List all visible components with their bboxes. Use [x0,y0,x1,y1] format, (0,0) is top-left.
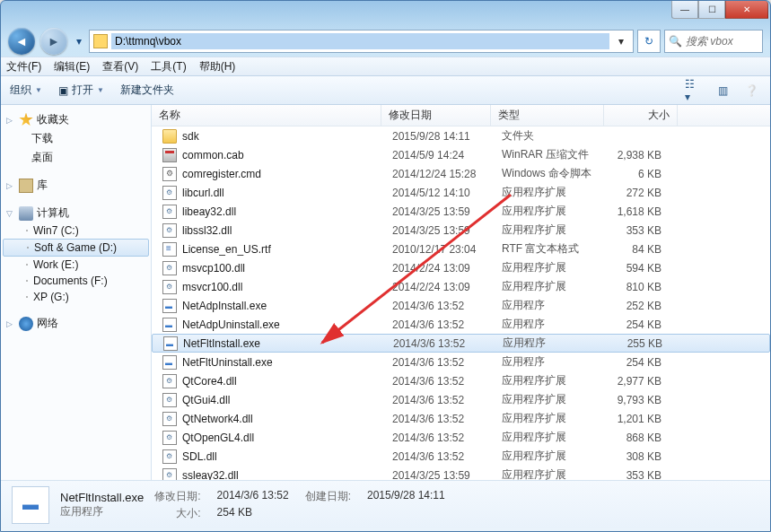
organize-button[interactable]: 组织 ▼ [10,83,42,98]
drive-label: Win7 (C:) [33,224,79,237]
sidebar-drive[interactable]: Win7 (C:) [1,222,151,239]
file-date: 2014/3/6 13:52 [385,432,495,444]
preview-pane-button[interactable]: ▥ [713,82,732,100]
file-date: 2014/3/6 13:52 [385,356,495,369]
file-row[interactable]: QtGui4.dll2014/3/6 13:52应用程序扩展9,793 KB [152,390,770,409]
forward-button[interactable]: ► [40,28,67,55]
drive-icon [26,296,28,298]
drive-label: Soft & Game (D:) [34,241,117,254]
sidebar-item-desktop[interactable]: 桌面 [1,148,151,167]
file-row[interactable]: msvcp100.dll2014/2/24 13:09应用程序扩展594 KB [152,258,770,277]
file-icon [163,336,178,351]
file-row[interactable]: SDL.dll2014/3/6 13:52应用程序扩展308 KB [152,447,770,466]
file-row[interactable]: License_en_US.rtf2010/12/17 23:04RTF 富文本… [152,240,770,258]
menu-tools[interactable]: 工具(T) [151,59,186,74]
menu-file[interactable]: 文件(F) [6,59,41,74]
drive-icon [26,280,28,282]
help-button[interactable]: ❔ [741,82,761,100]
explorer-window: — ☐ ✕ ◄ ► ▾ ▾ ↻ 🔍 文件(F) 编辑(E) 查看(V) 工具(T… [0,0,771,532]
col-date[interactable]: 修改日期 [381,105,491,126]
file-row[interactable]: comregister.cmd2014/12/24 15:28Windows 命… [152,164,770,183]
collapse-icon: ▷ [6,319,15,328]
file-row[interactable]: msvcr100.dll2014/2/24 13:09应用程序扩展810 KB [152,277,770,296]
file-row[interactable]: sdk2015/9/28 14:11文件夹 [152,126,770,145]
sidebar-drive[interactable]: Soft & Game (D:) [3,239,149,257]
search-box[interactable]: 🔍 [664,30,763,53]
address-bar[interactable]: ▾ [89,30,634,53]
col-size[interactable]: 大小 [604,105,678,126]
file-row[interactable]: NetAdpUninstall.exe2014/3/6 13:52应用程序254… [152,315,770,334]
file-row[interactable]: libssl32.dll2014/3/25 13:59应用程序扩展353 KB [152,221,770,240]
network-icon [19,317,33,331]
search-icon: 🔍 [669,35,682,48]
toolbar: 组织 ▼ ▣ 打开 ▼ 新建文件夹 ☷ ▾ ▥ ❔ [1,76,770,105]
back-button[interactable]: ◄ [8,28,35,55]
library-icon [19,179,33,193]
file-row[interactable]: QtNetwork4.dll2014/3/6 13:52应用程序扩展1,201 … [152,409,770,428]
file-size: 1,618 KB [608,205,669,218]
col-type[interactable]: 类型 [491,105,604,126]
nav-sidebar[interactable]: ▷ 收藏夹 下载 桌面 ▷ 库 [1,105,152,480]
sidebar-drive[interactable]: Work (E:) [1,257,151,273]
file-type: 应用程序扩展 [495,373,608,388]
file-name: QtGui4.dll [182,394,230,406]
open-button[interactable]: ▣ 打开 ▼ [58,83,104,98]
file-size: 254 KB [608,356,669,369]
close-button[interactable]: ✕ [725,1,768,19]
file-row[interactable]: QtOpenGL4.dll2014/3/6 13:52应用程序扩展868 KB [152,428,770,447]
view-mode-button[interactable]: ☷ ▾ [684,82,704,100]
file-row[interactable]: common.cab2014/5/9 14:24WinRAR 压缩文件2,938… [152,145,770,164]
file-row[interactable]: NetAdpInstall.exe2014/3/6 13:52应用程序252 K… [152,296,770,315]
maximize-button[interactable]: ☐ [698,1,725,19]
file-row[interactable]: ssleay32.dll2014/3/25 13:59应用程序扩展353 KB [152,466,770,480]
file-list[interactable]: sdk2015/9/28 14:11文件夹common.cab2014/5/9 … [152,126,770,480]
file-icon [162,223,177,238]
drive-label: Work (E:) [33,258,78,271]
minimize-button[interactable]: — [671,1,698,19]
menu-edit[interactable]: 编辑(E) [54,59,90,74]
computer-label: 计算机 [37,205,69,221]
refresh-button[interactable]: ↻ [637,30,661,53]
file-name: NetAdpUninstall.exe [182,318,280,331]
libraries-label: 库 [37,178,48,193]
file-row[interactable]: libcurl.dll2014/5/12 14:10应用程序扩展272 KB [152,183,770,202]
sidebar-item-downloads[interactable]: 下载 [1,129,151,148]
sidebar-drive[interactable]: XP (G:) [1,289,151,305]
file-name: sdk [182,130,199,143]
sidebar-computer[interactable]: ▽ 计算机 [1,204,151,222]
history-dropdown[interactable]: ▾ [73,30,85,53]
file-type: 应用程序扩展 [495,430,608,445]
file-pane: 名称 修改日期 类型 大小 sdk2015/9/28 14:11文件夹commo… [152,105,770,480]
titlebar[interactable]: — ☐ ✕ [1,1,770,26]
sidebar-favorites[interactable]: ▷ 收藏夹 [1,110,151,129]
file-size: 2,977 KB [608,375,669,388]
menu-help[interactable]: 帮助(H) [199,59,236,74]
file-date: 2014/3/6 13:52 [385,300,495,312]
file-size: 308 KB [608,450,669,463]
col-name[interactable]: 名称 [152,105,381,126]
file-type: 应用程序扩展 [495,467,608,480]
address-dropdown[interactable]: ▾ [613,35,629,48]
file-row[interactable]: NetFltInstall.exe2014/3/6 13:52应用程序255 K… [152,334,770,353]
file-type: 应用程序扩展 [495,222,608,238]
search-input[interactable] [686,35,758,48]
file-type: 应用程序扩展 [495,279,608,294]
file-date: 2014/12/24 15:28 [385,168,495,180]
file-icon [162,449,177,464]
file-icon [162,318,177,332]
menu-view[interactable]: 查看(V) [102,59,138,74]
file-icon [162,355,177,370]
item-label: 桌面 [31,150,53,165]
file-type: 应用程序扩展 [495,185,608,200]
file-row[interactable]: QtCore4.dll2014/3/6 13:52应用程序扩展2,977 KB [152,371,770,390]
newfolder-button[interactable]: 新建文件夹 [120,83,174,98]
sidebar-drive[interactable]: Documents (F:) [1,273,151,289]
file-row[interactable]: libeay32.dll2014/3/25 13:59应用程序扩展1,618 K… [152,202,770,221]
sidebar-libraries[interactable]: ▷ 库 [1,176,151,195]
address-input[interactable] [111,33,609,49]
collapse-icon: ▷ [6,116,15,125]
sidebar-network[interactable]: ▷ 网络 [1,314,151,333]
file-icon [162,468,177,481]
size-value: 254 KB [217,506,289,521]
file-row[interactable]: NetFltUninstall.exe2014/3/6 13:52应用程序254… [152,353,770,371]
